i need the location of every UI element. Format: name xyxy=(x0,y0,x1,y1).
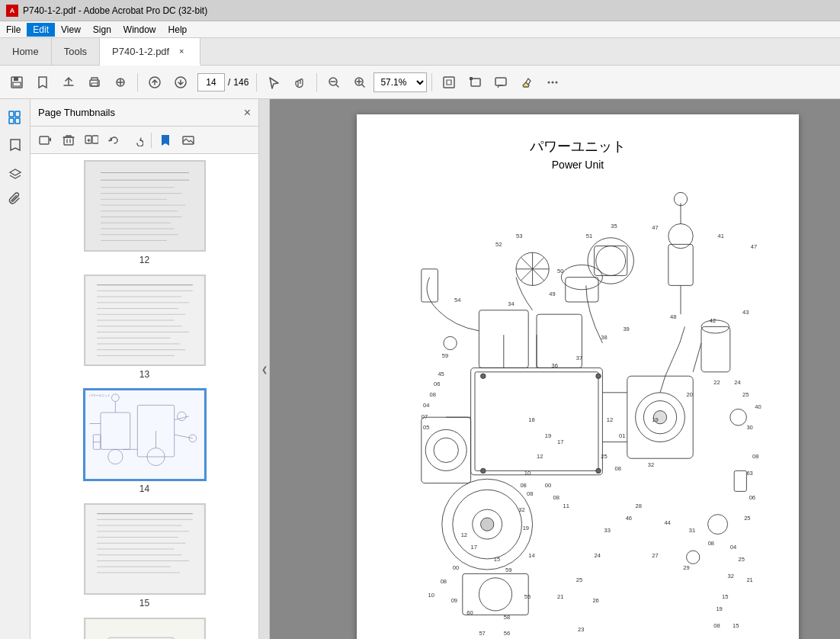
thumbnail-panel-header: Page Thumbnails × xyxy=(30,99,258,127)
side-icons xyxy=(0,99,30,639)
svg-rect-11 xyxy=(444,77,454,88)
svg-point-15 xyxy=(548,81,550,83)
svg-rect-83 xyxy=(85,619,204,639)
svg-rect-20 xyxy=(9,118,14,124)
panel-close-button[interactable]: × xyxy=(244,106,251,120)
title-text: P740-1-2.pdf - Adobe Acrobat Pro DC (32-… xyxy=(23,5,207,16)
thumbnail-list: 12 xyxy=(30,154,258,639)
tab-close-button[interactable]: × xyxy=(175,45,188,57)
bookmark-button[interactable] xyxy=(30,70,55,95)
svg-text:22: 22 xyxy=(713,379,720,386)
svg-text:33: 33 xyxy=(604,527,611,534)
svg-text:32: 32 xyxy=(728,573,734,580)
svg-point-126 xyxy=(479,578,511,611)
tab-document[interactable]: P740-1-2.pdf × xyxy=(100,38,200,66)
svg-text:06: 06 xyxy=(434,381,440,387)
pdf-area[interactable]: パワーユニット Power Unit xyxy=(270,99,840,639)
svg-text:44: 44 xyxy=(664,519,670,526)
thumb-rotate-ccw[interactable] xyxy=(104,130,125,151)
svg-rect-96 xyxy=(537,314,582,368)
nav-down-button[interactable] xyxy=(168,70,193,95)
svg-text:45: 45 xyxy=(438,371,444,377)
thumbnail-16[interactable]: 16 xyxy=(37,618,252,639)
panel-title: Page Thumbnails xyxy=(38,107,115,118)
separator-4 xyxy=(431,73,432,92)
fit-page-button[interactable] xyxy=(437,70,461,95)
thumb-view-dropdown[interactable] xyxy=(35,130,56,151)
svg-text:30: 30 xyxy=(746,424,752,431)
svg-line-133 xyxy=(693,343,701,372)
menu-file[interactable]: File xyxy=(0,23,27,37)
menu-window[interactable]: Window xyxy=(117,23,162,37)
panel-collapse-handle[interactable]: ❮ xyxy=(259,99,270,639)
hand-tool[interactable] xyxy=(287,70,312,95)
menu-sign[interactable]: Sign xyxy=(87,23,117,37)
thumb-rotate-cw[interactable] xyxy=(127,130,148,151)
bookmarks-icon[interactable] xyxy=(3,133,27,157)
thumbnail-12[interactable]: 12 xyxy=(37,160,252,265)
zoom-select[interactable]: 57.1% 50% 75% 100% 125% 150% xyxy=(374,72,427,92)
svg-text:48: 48 xyxy=(670,313,676,320)
svg-rect-136 xyxy=(734,470,746,491)
svg-text:15: 15 xyxy=(494,556,500,563)
thumbnail-13-img xyxy=(84,275,206,366)
thumb-insert-button[interactable] xyxy=(81,130,102,151)
svg-rect-21 xyxy=(15,118,20,124)
share-button[interactable] xyxy=(56,70,81,95)
svg-text:27: 27 xyxy=(652,552,658,559)
svg-text:56: 56 xyxy=(504,630,510,637)
svg-rect-19 xyxy=(15,111,20,117)
svg-rect-121 xyxy=(422,269,438,302)
page-nav: / 146 xyxy=(197,73,248,92)
thumbnail-13[interactable]: 13 xyxy=(37,275,252,380)
attachments-icon[interactable] xyxy=(3,188,27,212)
page-input[interactable] xyxy=(197,73,225,92)
thumb-delete-button[interactable] xyxy=(58,130,79,151)
thumbnail-panel-icon[interactable] xyxy=(3,105,27,130)
thumbnail-12-img xyxy=(84,160,206,252)
svg-point-123 xyxy=(425,429,466,470)
tab-tools[interactable]: Tools xyxy=(52,38,100,65)
tab-bar: Home Tools P740-1-2.pdf × xyxy=(0,38,840,66)
menu-edit[interactable]: Edit xyxy=(27,23,55,37)
save-button[interactable] xyxy=(5,70,29,95)
svg-text:08: 08 xyxy=(520,482,526,489)
nav-up-button[interactable] xyxy=(143,70,167,95)
tab-home[interactable]: Home xyxy=(0,38,52,65)
comment-button[interactable] xyxy=(489,70,513,95)
enhance-button[interactable] xyxy=(108,70,133,95)
zoom-in-button[interactable] xyxy=(348,70,372,95)
zoom-out-button[interactable] xyxy=(322,70,346,95)
separator-2 xyxy=(256,73,257,92)
print-button[interactable] xyxy=(82,70,107,95)
rotate-button[interactable] xyxy=(463,70,487,95)
svg-text:19: 19 xyxy=(545,432,551,439)
app-icon: A xyxy=(6,5,18,17)
menu-help[interactable]: Help xyxy=(162,23,194,37)
cursor-tool[interactable] xyxy=(261,70,286,95)
svg-point-106 xyxy=(596,246,626,276)
svg-text:14: 14 xyxy=(528,552,534,559)
svg-text:00: 00 xyxy=(453,564,459,571)
svg-point-134 xyxy=(444,336,457,349)
layers-icon[interactable] xyxy=(3,160,27,185)
svg-point-142 xyxy=(596,468,601,473)
svg-text:19: 19 xyxy=(523,525,529,531)
svg-text:12: 12 xyxy=(461,531,467,538)
more-tools-button[interactable] xyxy=(540,70,565,95)
thumbnail-14[interactable]: パワーユニット 14 xyxy=(37,389,252,494)
thumb-bookmark-button[interactable] xyxy=(155,130,176,151)
svg-text:17: 17 xyxy=(557,438,563,445)
menu-view[interactable]: View xyxy=(55,23,87,37)
svg-text:51: 51 xyxy=(586,233,592,239)
pdf-page: パワーユニット Power Unit xyxy=(357,114,799,639)
svg-text:60: 60 xyxy=(466,609,473,616)
menu-bar: File Edit View Sign Window Help xyxy=(0,21,840,38)
highlight-button[interactable] xyxy=(515,70,539,95)
svg-rect-54 xyxy=(85,390,204,479)
thumbnail-15[interactable]: 15 xyxy=(37,503,252,608)
thumb-image-button[interactable] xyxy=(178,130,199,151)
pdf-title-japanese: パワーユニット xyxy=(530,137,626,156)
title-bar: A P740-1-2.pdf - Adobe Acrobat Pro DC (3… xyxy=(0,0,840,21)
svg-rect-13 xyxy=(470,77,473,80)
